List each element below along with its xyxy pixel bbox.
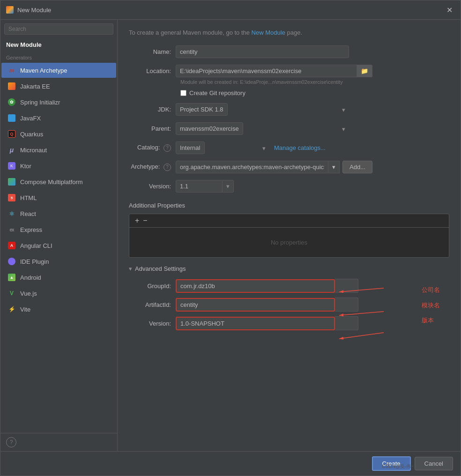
sidebar-item-label: JavaFX [20, 115, 41, 122]
location-browse-button[interactable]: 📁 [357, 65, 372, 77]
version-adv-input[interactable] [176, 317, 335, 330]
location-input[interactable] [176, 65, 357, 77]
sidebar-item-label: IDE Plugin [20, 258, 49, 265]
manage-catalogs-link[interactable]: Manage catalogs... [274, 144, 326, 151]
sidebar-item-label: HTML [20, 194, 37, 201]
spring-icon: ✿ [7, 97, 16, 107]
cancel-button[interactable]: Cancel [415, 457, 453, 470]
sidebar-footer: ? [0, 433, 117, 451]
sidebar-item-javafx[interactable]: JavaFX [1, 111, 116, 126]
vite-icon: ⚡ [7, 305, 16, 314]
sidebar-item-label: Ktor [20, 163, 31, 170]
new-module-dialog: New Module ✕ New Module Generators m Mav… [0, 0, 461, 476]
remove-property-button[interactable]: − [141, 217, 149, 224]
artifactid-input[interactable] [176, 298, 335, 312]
help-button[interactable]: ? [6, 437, 16, 447]
version-input[interactable] [176, 180, 223, 193]
info-text: To create a general Maven module, go to … [129, 29, 449, 36]
catalog-select[interactable]: Internal [176, 141, 205, 154]
chevron-down-icon: ▾ [129, 265, 132, 272]
version-dropdown-button[interactable]: ▾ [223, 180, 234, 193]
jakarta-icon [7, 82, 16, 91]
sidebar-item-label: Maven Archetype [20, 67, 67, 74]
sidebar-item-spring-initializr[interactable]: ✿ Spring Initializr [1, 95, 116, 110]
properties-toolbar: + − [129, 214, 449, 228]
sidebar-item-micronaut[interactable]: μ Micronaut [1, 142, 116, 157]
advanced-settings-header[interactable]: ▾ Advanced Settings [129, 265, 449, 272]
name-label: Name: [129, 48, 176, 55]
version-row: Version: ▾ [129, 180, 449, 193]
sidebar-item-label: Quarkus [20, 131, 43, 138]
additional-properties-title: Additional Properties [129, 202, 449, 209]
sidebar-item-label: Android [20, 274, 41, 281]
generators-label: Generators [0, 53, 117, 62]
svg-line-2 [339, 312, 384, 315]
sidebar-item-angular[interactable]: A Angular CLI [1, 238, 116, 253]
ktor-icon: K [7, 161, 16, 171]
quarkus-icon: Q [7, 129, 16, 139]
catalog-label: Catalog: ? [129, 144, 176, 152]
sidebar-item-express[interactable]: ex Express [1, 222, 116, 237]
location-row: Location: 📁 [129, 65, 449, 77]
folder-icon: 📁 [361, 67, 368, 74]
git-repo-row: Create Git repository [180, 89, 449, 97]
sidebar-item-ktor[interactable]: K Ktor [1, 158, 116, 173]
git-repo-label[interactable]: Create Git repository [189, 89, 245, 97]
close-button[interactable]: ✕ [444, 4, 455, 15]
advanced-section: 公司名 模块名 版本 GroupId: ArtifactId: [129, 279, 449, 335]
name-input[interactable] [176, 45, 349, 58]
catalog-row: Catalog: ? Internal Manage catalogs... [129, 141, 449, 154]
sidebar-item-quarkus[interactable]: Q Quarkus [1, 126, 116, 141]
sidebar-item-ide-plugin[interactable]: IDE Plugin [1, 254, 116, 269]
sidebar-item-vite[interactable]: ⚡ Vite [1, 302, 116, 317]
artifactid-row: ArtifactId: [129, 298, 449, 312]
advanced-settings-label: Advanced Settings [135, 265, 186, 272]
sidebar-item-vue[interactable]: V Vue.js [1, 286, 116, 301]
archetype-row: Archetype: ? ▾ Add... [129, 161, 449, 173]
sidebar-item-maven-archetype[interactable]: m Maven Archetype [1, 63, 116, 78]
sidebar-item-react[interactable]: ⚛ React [1, 206, 116, 221]
add-button[interactable]: Add... [342, 161, 372, 173]
add-property-button[interactable]: + [133, 217, 141, 224]
sidebar-item-jakarta-ee[interactable]: Jakarta EE [1, 79, 116, 94]
dialog-title: New Module [17, 7, 444, 14]
sidebar-item-label: Compose Multiplatform [20, 178, 83, 186]
angular-icon: A [7, 241, 16, 250]
archetype-help-icon[interactable]: ? [164, 164, 171, 171]
title-bar: New Module ✕ [0, 0, 461, 20]
name-row: Name: [129, 45, 449, 58]
sidebar-item-compose[interactable]: Compose Multiplatform [1, 174, 116, 189]
location-label: Location: [129, 67, 176, 74]
sidebar-item-label: Micronaut [20, 147, 47, 154]
jdk-select[interactable]: Project SDK 1.8 [176, 103, 228, 116]
archetype-dropdown-button[interactable]: ▾ [328, 161, 340, 173]
groupid-input[interactable] [176, 279, 335, 293]
sidebar-item-label: Angular CLI [20, 242, 52, 249]
ide-plugin-icon [7, 257, 16, 266]
html-icon: 5 [7, 193, 16, 202]
sidebar: New Module Generators m Maven Archetype … [0, 20, 118, 451]
app-icon [6, 6, 14, 14]
react-icon: ⚛ [7, 209, 16, 218]
groupid-label: GroupId: [129, 283, 176, 290]
version-adv-row: Version: [129, 316, 449, 330]
archetype-label: Archetype: ? [129, 163, 176, 171]
catalog-help-icon[interactable]: ? [164, 144, 171, 152]
watermark: CSDN@吴-伟~ [382, 463, 414, 470]
maven-icon: m [7, 66, 16, 75]
compose-icon [7, 177, 16, 186]
parent-select[interactable]: mavenssm02exercise [176, 122, 243, 135]
sidebar-item-label: Spring Initializr [20, 99, 60, 106]
sidebar-item-html[interactable]: 5 HTML [1, 190, 116, 205]
sidebar-new-module: New Module [0, 38, 117, 51]
sidebar-item-android[interactable]: ▲ Android [1, 270, 116, 285]
artifactid-label: ArtifactId: [129, 301, 176, 308]
properties-box: + − No properties [129, 214, 449, 258]
sidebar-item-label: Vue.js [20, 290, 37, 297]
parent-row: Parent: mavenssm02exercise [129, 122, 449, 135]
new-module-link[interactable]: New Module [252, 29, 285, 36]
git-repo-checkbox[interactable] [180, 90, 186, 96]
archetype-input[interactable] [176, 161, 328, 173]
svg-line-3 [339, 333, 384, 339]
search-input[interactable] [4, 23, 113, 35]
